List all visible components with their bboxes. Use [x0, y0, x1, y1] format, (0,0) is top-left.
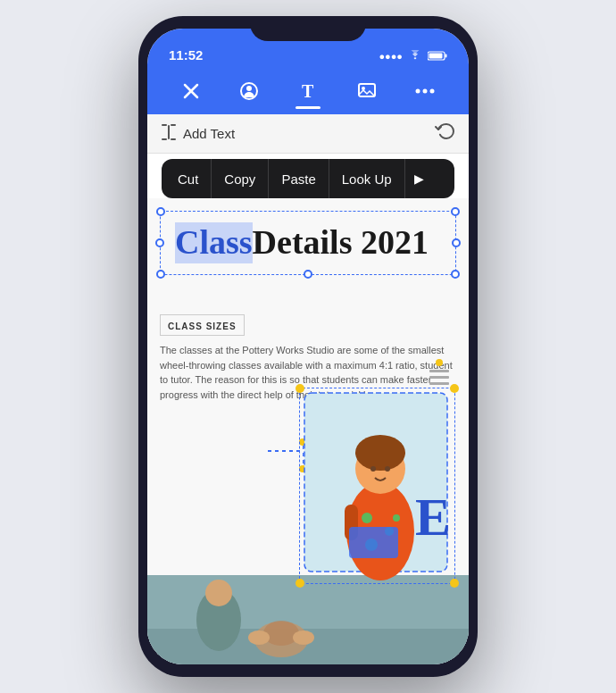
svg-point-12 [430, 89, 435, 94]
svg-point-24 [248, 630, 270, 645]
align-line-3 [429, 382, 449, 385]
svg-rect-17 [171, 138, 176, 140]
svg-text:T: T [302, 81, 314, 101]
svg-point-21 [205, 580, 232, 606]
svg-rect-1 [429, 53, 443, 58]
person-icon[interactable] [233, 75, 265, 107]
dashed-line-h1 [268, 450, 304, 452]
svg-rect-15 [168, 125, 170, 139]
yellow-handle [436, 359, 443, 366]
context-menu: Cut Copy Paste Look Up ▶ [162, 159, 454, 198]
svg-point-28 [362, 513, 372, 523]
svg-point-10 [416, 89, 420, 94]
more-button[interactable] [409, 75, 441, 107]
svg-rect-13 [162, 124, 167, 126]
svg-rect-16 [162, 138, 167, 140]
svg-rect-2 [445, 54, 447, 57]
main-toolbar: T [147, 68, 469, 114]
text-tool-icon[interactable]: T [292, 75, 324, 107]
class-word-highlighted: Class [175, 222, 253, 263]
image-tool-icon[interactable] [351, 75, 383, 107]
status-icons: ●●●● [379, 50, 447, 63]
letter-e: E [415, 487, 451, 548]
svg-point-25 [293, 630, 314, 645]
svg-point-23 [263, 621, 299, 646]
close-button[interactable] [175, 75, 207, 107]
illustration-selection [299, 388, 455, 584]
lookup-button[interactable]: Look Up [329, 159, 405, 198]
handle-right[interactable] [452, 238, 461, 247]
class-word-rest: Details 2021 [253, 224, 429, 262]
add-text-left: Add Text [162, 124, 235, 144]
align-line-1 [429, 370, 449, 372]
signal-icon: ●●●● [379, 51, 403, 62]
status-time: 11:52 [169, 47, 203, 63]
section-title-box: CLASS SIZES [160, 314, 245, 336]
copy-button[interactable]: Copy [212, 159, 269, 198]
svg-point-31 [393, 514, 400, 522]
handle-top-right[interactable] [451, 207, 460, 216]
handle-bottom-mid[interactable] [304, 270, 312, 279]
svg-point-6 [246, 86, 252, 91]
phone-frame: 11:52 ●●●● [138, 16, 478, 677]
text-selection-box[interactable]: Class Details 2021 [160, 211, 456, 275]
phone-wrapper: 11:52 ●●●● [0, 0, 616, 693]
text-cursor-icon [162, 124, 176, 144]
align-lines [429, 359, 449, 385]
svg-rect-37 [349, 527, 398, 558]
handle-left[interactable] [155, 238, 164, 247]
svg-point-35 [385, 466, 390, 472]
section-title: CLASS SIZES [168, 321, 237, 331]
handle-bottom-left[interactable] [156, 270, 165, 279]
handle-bottom-right[interactable] [451, 270, 460, 279]
add-text-bar: Add Text [147, 114, 469, 154]
svg-point-33 [355, 435, 405, 471]
battery-icon [428, 51, 447, 63]
wifi-icon [408, 50, 422, 63]
phone-screen: 11:52 ●●●● [147, 29, 469, 664]
canvas-area[interactable]: Class Details 2021 CLASS SIZES The class… [147, 198, 469, 664]
add-text-label: Add Text [183, 126, 235, 141]
cut-button[interactable]: Cut [165, 159, 212, 198]
phone-notch [250, 16, 366, 41]
class-title: Class Details 2021 [175, 222, 441, 263]
align-line-2 [429, 376, 449, 379]
bottom-image [147, 575, 469, 664]
paste-button[interactable]: Paste [269, 159, 329, 198]
svg-point-34 [370, 466, 376, 472]
more-arrow-button[interactable]: ▶ [405, 171, 433, 186]
svg-rect-14 [171, 124, 176, 126]
handle-top-left[interactable] [156, 207, 165, 216]
svg-point-11 [423, 89, 428, 94]
undo-button[interactable] [435, 122, 454, 145]
